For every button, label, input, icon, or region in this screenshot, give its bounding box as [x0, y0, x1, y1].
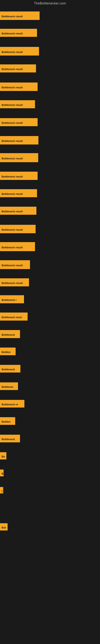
bottleneck-item-19[interactable]: Bottlen — [0, 348, 16, 355]
bottleneck-item-18[interactable]: Bottleneck — [0, 330, 20, 338]
site-title: TheBottlenecker.com — [34, 2, 66, 5]
bottleneck-item-24[interactable]: Bottleneck — [0, 435, 20, 442]
bottleneck-item-2[interactable]: Bottleneck result — [0, 47, 39, 56]
bottleneck-item-16[interactable]: Bottleneck r — [0, 295, 24, 303]
bottleneck-item-5[interactable]: Bottleneck result — [0, 100, 35, 108]
bottleneck-item-12[interactable]: Bottleneck result — [0, 225, 36, 233]
bottleneck-item-21[interactable]: Bottlenec — [0, 382, 18, 390]
bottleneck-item-11[interactable]: Bottleneck result — [0, 207, 36, 215]
bottleneck-item-23[interactable]: Bottlen — [0, 417, 15, 425]
bottleneck-item-27[interactable]: | — [0, 487, 3, 494]
bottleneck-item-28[interactable]: Bot — [0, 523, 8, 530]
bottleneck-item-10[interactable]: Bottleneck result — [0, 189, 37, 197]
bottleneck-item-3[interactable]: Bottleneck result — [0, 64, 36, 72]
site-header: TheBottlenecker.com — [0, 0, 100, 8]
bottleneck-item-15[interactable]: Bottleneck result — [0, 278, 29, 286]
bottleneck-item-14[interactable]: Bottleneck result — [0, 260, 30, 269]
bottleneck-item-1[interactable]: Bottleneck result — [0, 29, 37, 37]
bottleneck-item-13[interactable]: Bottleneck result — [0, 242, 35, 251]
bottleneck-item-17[interactable]: Bottleneck resul — [0, 312, 28, 320]
bottleneck-item-26[interactable]: B — [0, 470, 3, 476]
bottleneck-item-22[interactable]: Bottleneck re — [0, 400, 24, 408]
bottleneck-item-8[interactable]: Bottleneck result — [0, 153, 38, 162]
bottleneck-item-7[interactable]: Bottleneck result — [0, 136, 38, 144]
bottleneck-item-4[interactable]: Bottleneck result — [0, 82, 38, 91]
bottleneck-item-25[interactable]: Bo — [0, 452, 6, 460]
bottleneck-item-6[interactable]: Bottleneck result — [0, 118, 38, 126]
bottleneck-item-0[interactable]: Bottleneck result — [0, 12, 40, 20]
bottleneck-item-9[interactable]: Bottleneck result — [0, 172, 38, 180]
bottleneck-item-20[interactable]: Bottleneck — [0, 365, 20, 372]
